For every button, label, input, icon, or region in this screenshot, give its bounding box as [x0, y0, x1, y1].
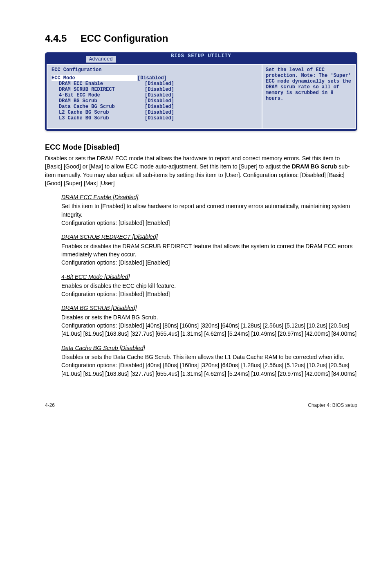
- bios-item-dram-bg-scrub[interactable]: DRAM BG Scrub: [52, 98, 145, 104]
- bios-value: [Disabled]: [145, 115, 174, 121]
- sub-title: DRAM SCRUB REDIRECT [Disabled]: [61, 233, 357, 241]
- bios-item-l3-cache-bg-scrub[interactable]: L3 Cache BG Scrub: [52, 115, 145, 121]
- section-heading: 4.4.5 ECC Configuration: [45, 33, 357, 44]
- bios-item-dram-scrub-redirect[interactable]: DRAM SCRUB REDIRECT: [52, 87, 145, 92]
- sub-body: Enables or disables the DRAM SCRUB REDIR…: [61, 242, 357, 267]
- bios-title: BIOS SETUP UTILITY: [171, 53, 231, 59]
- ecc-mode-heading: ECC Mode [Disabled]: [45, 143, 357, 152]
- sub-body: Set this item to [Enabled] to allow hard…: [61, 202, 357, 227]
- bios-value: [Disabled]: [145, 92, 174, 98]
- bios-left-pane: ECC Configuration ECC Mode[Disabled] DRA…: [47, 64, 262, 129]
- sub-dram-scrub-redirect: DRAM SCRUB REDIRECT [Disabled] Enables o…: [61, 233, 357, 267]
- page-footer: 4-26 Chapter 4: BIOS setup: [45, 402, 357, 408]
- bios-value: [Disabled]: [145, 87, 174, 92]
- sub-title: 4-Bit ECC Mode [Disabled]: [61, 273, 357, 281]
- bios-item-l2-cache-bg-scrub[interactable]: L2 Cache BG Scrub: [52, 110, 145, 115]
- bios-value: [Disabled]: [145, 81, 174, 87]
- footer-page-number: 4-26: [45, 402, 55, 408]
- section-number: 4.4.5: [45, 33, 67, 44]
- bios-help-text: Set the level of ECC protection. Note: T…: [266, 67, 351, 101]
- sub-title: Data Cache BG Scrub [Disabled]: [61, 344, 357, 352]
- bios-item-dram-ecc-enable[interactable]: DRAM ECC Enable: [52, 81, 145, 87]
- bios-panel: BIOS SETUP UTILITY Advanced ECC Configur…: [45, 52, 357, 131]
- sub-dram-ecc-enable: DRAM ECC Enable [Disabled] Set this item…: [61, 193, 357, 227]
- bios-help-pane: Set the level of ECC protection. Note: T…: [262, 64, 356, 129]
- bios-panel-title: ECC Configuration: [52, 67, 258, 73]
- sub-title: DRAM BG SCRUB [Disabled]: [61, 304, 357, 312]
- bios-value: [Disabled]: [145, 110, 174, 115]
- bios-value: [Disabled]: [145, 104, 174, 110]
- bios-titlebar: BIOS SETUP UTILITY Advanced: [45, 52, 357, 62]
- bios-item-data-cache-bg-scrub[interactable]: Data Cache BG Scrub: [52, 104, 145, 110]
- section-title-text: ECC Configuration: [81, 33, 168, 44]
- sub-body: Enables or disables the ECC chip kill fe…: [61, 282, 357, 298]
- sub-4bit-ecc-mode: 4-Bit ECC Mode [Disabled] Enables or dis…: [61, 273, 357, 298]
- sub-title: DRAM ECC Enable [Disabled]: [61, 193, 357, 201]
- sub-dram-bg-scrub: DRAM BG SCRUB [Disabled] Disables or set…: [61, 304, 357, 338]
- bios-value: [Disabled]: [145, 98, 174, 104]
- bios-item-ecc-mode[interactable]: ECC Mode: [52, 75, 137, 81]
- ecc-mode-paragraph: Disables or sets the DRAM ECC mode that …: [45, 154, 357, 187]
- bios-value: [Disabled]: [137, 75, 167, 81]
- bios-item-4bit-ecc-mode[interactable]: 4-Bit ECC Mode: [52, 92, 145, 98]
- footer-chapter: Chapter 4: BIOS setup: [308, 402, 357, 408]
- sub-data-cache-bg-scrub: Data Cache BG Scrub [Disabled] Disables …: [61, 344, 357, 378]
- bios-tab-advanced[interactable]: Advanced: [86, 56, 116, 63]
- sub-body: Disables or sets the Data Cache BG Scrub…: [61, 353, 357, 378]
- sub-body: Disables or sets the DRAM BG Scrub. Conf…: [61, 313, 357, 338]
